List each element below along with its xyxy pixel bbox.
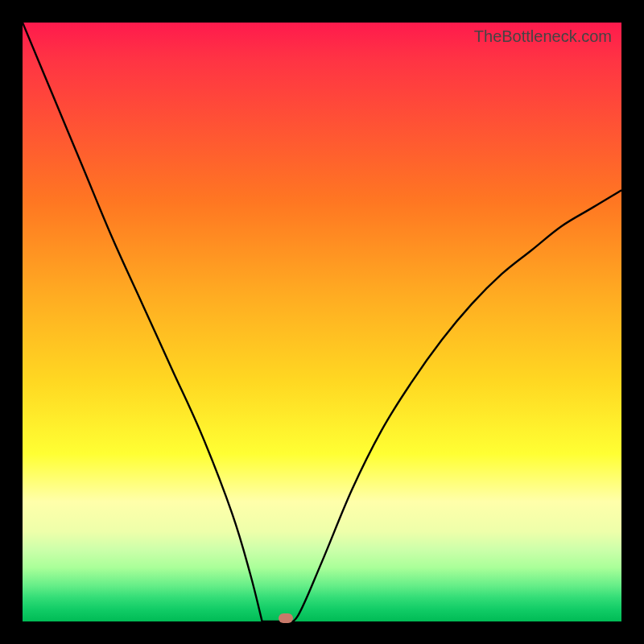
curve-svg [23, 23, 621, 621]
bottleneck-curve [23, 23, 621, 621]
chart-frame: TheBottleneck.com [0, 0, 644, 644]
optimal-marker [279, 613, 293, 623]
plot-area: TheBottleneck.com [23, 23, 621, 621]
